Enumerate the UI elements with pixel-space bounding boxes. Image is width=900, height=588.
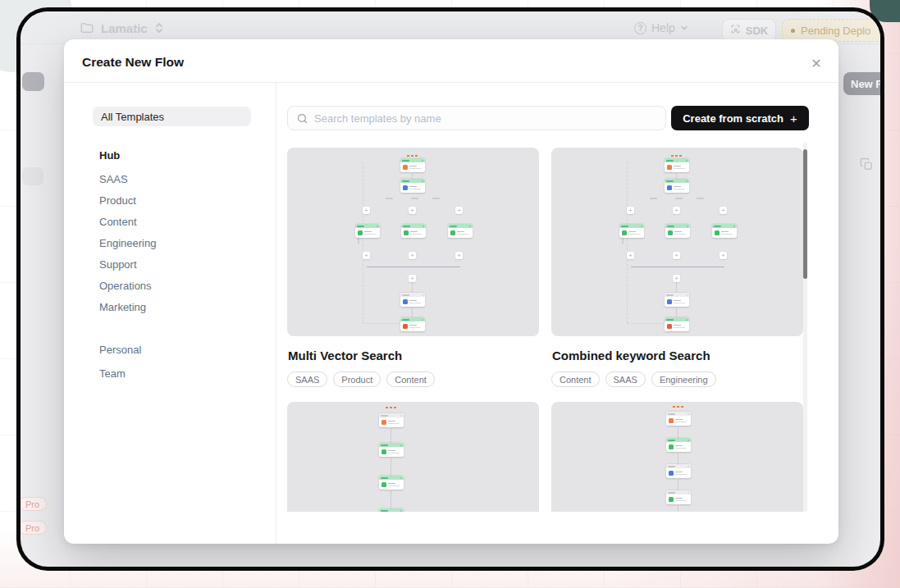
tag: Engineering bbox=[651, 371, 716, 387]
flow-branch-label bbox=[675, 198, 683, 199]
flow-guide bbox=[627, 162, 628, 323]
template-card-partial[interactable] bbox=[287, 402, 539, 512]
node-icon bbox=[381, 482, 386, 487]
flow-node-header bbox=[666, 490, 691, 495]
node-icon bbox=[622, 230, 627, 235]
flow-selection-marks bbox=[407, 155, 418, 157]
flow-node bbox=[666, 490, 691, 504]
node-icon bbox=[669, 444, 674, 449]
flow-node-header bbox=[379, 443, 404, 447]
workspace-logo-block bbox=[22, 72, 44, 91]
node-text-lines bbox=[409, 325, 421, 329]
pending-deployment-label: Pending Deplo bbox=[801, 25, 870, 37]
flow-selection-marks bbox=[673, 406, 684, 408]
flow-node-header bbox=[619, 224, 644, 228]
sidebar-item-personal[interactable]: Personal bbox=[99, 341, 141, 358]
flow-node-header bbox=[665, 224, 690, 228]
folder-icon bbox=[80, 21, 94, 35]
node-icon bbox=[667, 185, 672, 190]
tag: Content bbox=[551, 371, 600, 387]
create-from-scratch-button[interactable]: Create from scratch + bbox=[671, 106, 809, 130]
flow-node-header bbox=[400, 158, 425, 162]
node-icon bbox=[404, 230, 409, 235]
flow-node bbox=[379, 443, 404, 457]
node-icon bbox=[667, 165, 672, 170]
tag: Product bbox=[333, 371, 381, 387]
node-text-lines bbox=[675, 472, 687, 476]
flow-plus-button bbox=[720, 207, 727, 214]
flow-guide bbox=[363, 162, 363, 323]
sidebar-item-team[interactable]: Team bbox=[99, 365, 126, 381]
help-menu[interactable]: ? Help bbox=[634, 21, 688, 34]
flow-node bbox=[400, 179, 425, 193]
flow-plus-button bbox=[409, 275, 416, 282]
workspace-name: Lamatic bbox=[101, 21, 148, 35]
flow-node bbox=[400, 317, 425, 331]
node-icon bbox=[715, 230, 720, 235]
template-tags: SAAS Product Content bbox=[287, 371, 435, 387]
node-icon bbox=[358, 230, 363, 235]
new-flow-button[interactable]: New F bbox=[843, 72, 880, 95]
sidebar-item-operations[interactable]: Operations bbox=[99, 277, 152, 294]
flow-node-header bbox=[379, 476, 404, 480]
node-text-lines bbox=[409, 166, 421, 170]
sidebar-section-hub: Hub bbox=[99, 147, 120, 163]
flow-node bbox=[665, 293, 689, 307]
flow-node bbox=[665, 224, 690, 238]
flow-plus-button bbox=[363, 252, 370, 259]
node-text-lines bbox=[628, 231, 640, 235]
app-window-frame: Lamatic ? Help SDK Pending bbox=[16, 7, 884, 571]
flow-connector bbox=[412, 172, 413, 179]
flow-connector bbox=[678, 452, 678, 464]
node-text-lines bbox=[721, 231, 733, 235]
node-icon bbox=[381, 449, 386, 454]
app-canvas: Lamatic ? Help SDK Pending bbox=[21, 11, 880, 567]
sidebar-divider bbox=[276, 83, 276, 544]
flow-plus-button bbox=[455, 252, 463, 259]
template-grid: Multi Vector Search Combined keyword Sea… bbox=[277, 141, 820, 512]
node-text-lines bbox=[388, 483, 400, 487]
sidebar-item-support[interactable]: Support bbox=[99, 256, 137, 272]
sidebar-item-marketing[interactable]: Marketing bbox=[99, 299, 146, 315]
flow-node-header bbox=[712, 224, 737, 228]
workspace-switcher[interactable]: Lamatic bbox=[80, 21, 164, 35]
search-input[interactable] bbox=[288, 107, 665, 130]
flow-branch-label bbox=[386, 198, 393, 199]
flow-branch-label bbox=[432, 198, 440, 199]
help-label: Help bbox=[651, 21, 675, 34]
flow-node bbox=[666, 464, 691, 478]
close-icon[interactable]: ✕ bbox=[806, 52, 827, 74]
template-card-multi-vector-search[interactable] bbox=[287, 148, 539, 336]
flow-node bbox=[619, 224, 644, 238]
scrollbar-thumb[interactable] bbox=[803, 149, 807, 279]
flow-branch-label bbox=[650, 198, 657, 199]
sidebar-item-saas[interactable]: SAAS bbox=[99, 171, 128, 187]
template-card-partial[interactable] bbox=[551, 402, 803, 512]
flow-node-header bbox=[665, 158, 689, 162]
up-down-chevrons-icon bbox=[154, 22, 164, 34]
node-text-lines bbox=[674, 300, 685, 304]
flow-plus-button bbox=[673, 275, 680, 282]
sidebar-item-engineering[interactable]: Engineering bbox=[99, 235, 156, 251]
duplicate-icon[interactable] bbox=[860, 157, 874, 175]
flow-connector bbox=[676, 307, 677, 317]
flow-connector bbox=[676, 283, 677, 292]
template-tags: Content SAAS Engineering bbox=[551, 371, 716, 387]
node-text-lines bbox=[675, 445, 687, 449]
template-card-combined-keyword-search[interactable] bbox=[551, 148, 803, 336]
filter-all-templates-label: All Templates bbox=[101, 111, 164, 123]
flow-merge-line bbox=[367, 267, 460, 267]
chevron-down-icon bbox=[680, 21, 688, 34]
pending-deployment-button[interactable]: Pending Deplo bbox=[782, 19, 880, 42]
flow-plus-button bbox=[720, 252, 727, 259]
sdk-button[interactable]: SDK bbox=[722, 19, 776, 42]
filter-all-templates[interactable]: All Templates bbox=[93, 107, 251, 126]
desktop-background: Lamatic ? Help SDK Pending bbox=[0, 0, 900, 588]
flow-node bbox=[355, 224, 380, 238]
create-from-scratch-label: Create from scratch bbox=[683, 112, 784, 125]
sidebar-item-product[interactable]: Product bbox=[99, 192, 136, 208]
node-text-lines bbox=[410, 231, 422, 235]
flow-node-header bbox=[355, 224, 380, 228]
sidebar-item-content[interactable]: Content bbox=[99, 213, 137, 230]
flow-node-header bbox=[400, 179, 425, 183]
